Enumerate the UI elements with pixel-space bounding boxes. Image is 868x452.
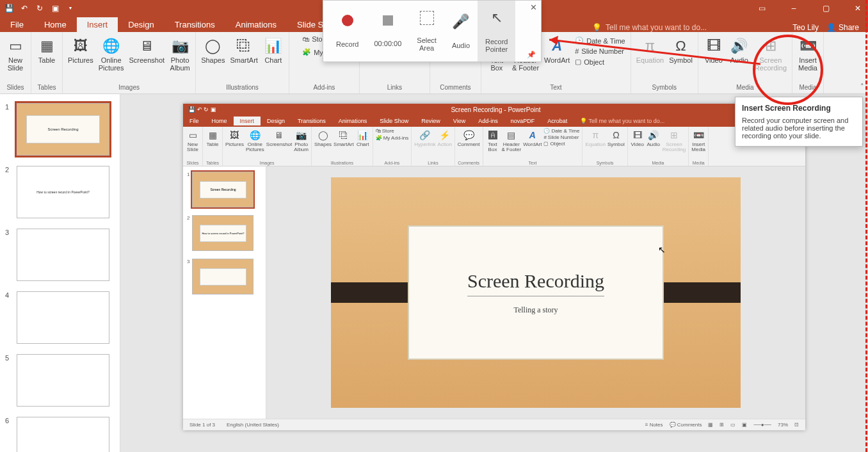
store-button[interactable]: 🛍Sto — [301, 35, 324, 44]
inner-pictures[interactable]: 🖼Pictures — [225, 128, 244, 147]
thumb-slide-6[interactable] — [17, 417, 109, 452]
outer-thumbnail-panel[interactable]: 1Screen Recording 2How to screen record … — [0, 94, 120, 452]
inner-view-reading-icon[interactable]: ▭ — [730, 422, 735, 428]
inner-thumbnail-panel[interactable]: 1Screen Recording 2How to screen record … — [183, 166, 266, 419]
thumb-slide-5[interactable] — [17, 354, 109, 407]
recbar-close-icon[interactable]: ✕ — [530, 3, 537, 12]
inner-action[interactable]: ⚡Action — [438, 128, 452, 147]
inner-tab-animations[interactable]: Animations — [332, 117, 374, 125]
inner-view-sorter-icon[interactable]: ⊞ — [719, 422, 724, 428]
qat-customize-icon[interactable]: ▾ — [65, 3, 76, 13]
inner-zoom-slider[interactable]: ──●── — [753, 422, 771, 428]
object-button[interactable]: ▢Object — [574, 57, 627, 67]
symbol-button[interactable]: ΩSymbol — [668, 35, 694, 65]
inner-tellme[interactable]: 💡 Tell me what you want to do... — [574, 117, 671, 125]
inner-store[interactable]: 🛍Store — [376, 128, 394, 134]
slidenum-button[interactable]: #Slide Number — [574, 47, 627, 56]
inner-table[interactable]: ▦Table — [205, 128, 220, 147]
inner-tab-home[interactable]: Home — [205, 117, 234, 125]
thumb-slide-1[interactable]: Screen Recording — [17, 103, 109, 156]
smartart-button[interactable]: ⿻SmartArt — [229, 35, 259, 65]
inner-header[interactable]: ▤Header & Footer — [502, 128, 522, 152]
insert-media-button[interactable]: 📼Insert Media — [796, 35, 819, 73]
inner-comment[interactable]: 💬Comment — [458, 128, 480, 147]
inner-tab-addins[interactable]: Add-ins — [472, 117, 504, 125]
inner-view-normal-icon[interactable]: ▦ — [708, 422, 713, 428]
tab-insert[interactable]: Insert — [77, 17, 118, 32]
inner-zoom-value[interactable]: 73% — [778, 422, 788, 428]
close-icon[interactable]: ✕ — [851, 4, 864, 13]
inner-hyperlink[interactable]: 🔗Hyperlink — [414, 128, 435, 147]
inner-smartart[interactable]: ⿻SmartArt — [334, 128, 354, 147]
inner-textbox[interactable]: 🅰Text Box — [486, 128, 500, 152]
inner-comments-button[interactable]: 💬 Comments — [670, 422, 702, 428]
slide-subtitle-text[interactable]: Telling a story — [513, 305, 558, 315]
tab-animations[interactable]: Animations — [225, 17, 287, 32]
inner-shapes[interactable]: ◯Shapes — [314, 128, 332, 147]
inner-tab-transitions[interactable]: Transitions — [291, 117, 332, 125]
online-pictures-button[interactable]: 🌐Online Pictures — [97, 35, 125, 73]
pictures-button[interactable]: 🖼Pictures — [67, 35, 95, 65]
inner-fit-icon[interactable]: ⊡ — [794, 422, 799, 428]
record-pointer-button[interactable]: ↖ Record Pointer — [478, 1, 515, 61]
share-button[interactable]: 👤 Share — [826, 23, 859, 32]
record-button[interactable]: Record — [323, 1, 366, 61]
chart-button[interactable]: 📊Chart — [262, 35, 285, 65]
inner-wordart[interactable]: AWordArt — [523, 128, 542, 147]
slide-title-text[interactable]: Screen Recording — [467, 270, 604, 296]
thumb-slide-2[interactable]: How to screen record in PowerPoint? — [17, 166, 109, 218]
inner-tab-insert[interactable]: Insert — [234, 117, 261, 125]
inner-thumb-3[interactable] — [192, 259, 253, 295]
thumb-slide-3[interactable] — [17, 229, 109, 281]
inner-symbol[interactable]: ΩSymbol — [607, 128, 625, 147]
table-button[interactable]: ▦Table — [35, 35, 58, 65]
recbar-pin-icon[interactable]: 📌 — [527, 51, 536, 59]
inner-object[interactable]: ▢Object — [543, 141, 579, 147]
undo-icon[interactable]: ↶ — [19, 3, 29, 13]
audio-button[interactable]: 🔊Audio — [728, 35, 751, 65]
inner-datetime[interactable]: 🕒Date & Time — [543, 128, 579, 134]
inner-thumb-2[interactable]: How to screen record in PowerPoint? — [192, 215, 253, 251]
inner-tab-design[interactable]: Design — [261, 117, 291, 125]
inner-new-slide[interactable]: ▭New Slide — [186, 128, 200, 152]
collapse-ribbon-icon[interactable]: ˄ — [860, 83, 864, 91]
inner-screenrec[interactable]: ⊞Screen Recording — [663, 128, 686, 152]
video-button[interactable]: 🎞Video — [702, 35, 725, 65]
tab-design[interactable]: Design — [118, 17, 164, 32]
inner-status-lang[interactable]: English (United States) — [227, 422, 279, 428]
equation-button[interactable]: πEquation — [635, 35, 665, 65]
thumb-slide-4[interactable] — [17, 291, 109, 344]
screen-recording-button[interactable]: ⊞Screen Recording — [753, 35, 788, 73]
tell-me-search[interactable]: 💡 Tell me what you want to do... — [592, 23, 707, 32]
select-area-button[interactable]: Select Area — [409, 1, 444, 61]
start-slideshow-icon[interactable]: ▣ — [50, 3, 60, 13]
inner-slidenum[interactable]: #Slide Number — [543, 134, 579, 140]
new-slide-button[interactable]: ▭New Slide — [4, 35, 27, 73]
inner-thumb-1[interactable]: Screen Recording — [192, 172, 253, 207]
ribbon-display-icon[interactable]: ▭ — [755, 4, 768, 13]
inner-online-pictures[interactable]: 🌐Online Pictures — [246, 128, 264, 152]
shapes-button[interactable]: ◯Shapes — [200, 35, 226, 65]
inner-chart[interactable]: 📊Chart — [356, 128, 370, 147]
inner-insert-media[interactable]: 📼Insert Media — [691, 128, 705, 152]
inner-equation[interactable]: πEquation — [585, 128, 606, 147]
save-icon[interactable]: 💾 — [4, 3, 14, 13]
inner-photo-album[interactable]: 📷Photo Album — [294, 128, 309, 152]
inner-tab-review[interactable]: Review — [415, 117, 447, 125]
inner-slide-canvas[interactable]: Screen Recording Telling a story — [331, 177, 741, 408]
inner-screenshot[interactable]: 🖥Screenshot — [266, 128, 292, 147]
inner-notes-button[interactable]: ≡ Notes — [645, 422, 663, 428]
inner-audio[interactable]: 🔊Audio — [647, 128, 661, 147]
tab-file[interactable]: File — [0, 17, 34, 32]
user-name[interactable]: Teo Lily — [792, 23, 819, 32]
minimize-icon[interactable]: – — [787, 4, 800, 13]
inner-tab-novapdf[interactable]: novaPDF — [504, 117, 542, 125]
inner-tab-acrobat[interactable]: Acrobat — [541, 117, 574, 125]
screenshot-button[interactable]: 🖥Screenshot — [128, 35, 166, 65]
redo-icon[interactable]: ↻ — [35, 3, 45, 13]
inner-tab-slideshow[interactable]: Slide Show — [373, 117, 415, 125]
inner-tab-file[interactable]: File — [183, 117, 205, 125]
tab-transitions[interactable]: Transitions — [165, 17, 225, 32]
wordart-button[interactable]: AWordArt — [543, 35, 571, 65]
datetime-button[interactable]: 🕒Date & Time — [574, 36, 627, 45]
